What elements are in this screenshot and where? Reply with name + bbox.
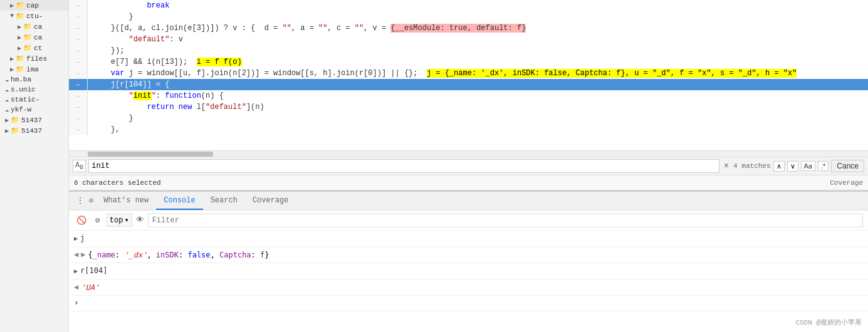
console-entry-content-ua: 'UA'	[81, 282, 863, 293]
console-entry-j: ▶ j	[69, 231, 868, 247]
ua-value: 'UA'	[81, 283, 99, 292]
horizontal-scrollbar[interactable]	[69, 150, 868, 157]
folder-icon: 📁	[11, 127, 19, 135]
console-toolbar: 🚫 ⊘ top ▾ 👁	[69, 210, 868, 231]
sidebar-item-label: s.unic	[11, 86, 36, 93]
folder-icon: 📁	[16, 12, 24, 20]
devtools-menu-icon[interactable]: ⋮	[74, 194, 86, 208]
key-inSDK: inSDK	[156, 251, 179, 259]
sidebar-item-ima[interactable]: ▶ 📁 ima	[0, 64, 68, 75]
chevron-right-icon: ▶	[18, 23, 21, 31]
tab-console[interactable]: Console	[156, 192, 202, 210]
code-line-7: – var j = window[[u, f].join(n[2])] = wi…	[69, 68, 868, 79]
devtools-tabs: ⋮ ⊘ What's new Console Search Coverage	[69, 192, 868, 210]
eye-icon[interactable]: 👁	[136, 215, 144, 225]
sidebar-item-label: ima	[26, 66, 39, 73]
devtools-prohibit-icon[interactable]: ⊘	[86, 194, 96, 208]
val-f: f	[260, 251, 264, 259]
scrollbar-thumb[interactable]	[88, 152, 213, 157]
sidebar-item-files[interactable]: ▶ 📁 files	[0, 53, 68, 64]
line-content-6: e[7] && i(n[13]); i = f f(o)	[88, 56, 868, 68]
console-area: ▶ j ◀ ▶ {_name: '_dx', inSDK: false, Cap…	[69, 231, 868, 316]
line-gutter-8: –	[69, 79, 88, 90]
sidebar-item-label: hm.ba	[11, 76, 31, 83]
expand-icon-obj[interactable]: ▶	[81, 249, 85, 261]
match-case-button[interactable]: Aa	[801, 161, 815, 171]
line-gutter-3: –	[69, 23, 88, 34]
sidebar-item-sunic[interactable]: ☁ s.unic	[0, 85, 68, 95]
regex-button[interactable]: .*	[818, 161, 829, 171]
chevron-right-icon: ▶	[10, 2, 14, 9]
line-content-2: }	[88, 11, 868, 23]
console-filter-input[interactable]	[148, 214, 863, 227]
chevron-right-icon: ▶	[10, 55, 14, 63]
chevron-right-icon: ▶	[10, 66, 14, 73]
code-view[interactable]: – break – } – }([d, a, cl.join(e[3])]) ?…	[69, 0, 868, 150]
sidebar-item-static[interactable]: ☁ static-	[0, 95, 68, 105]
cloud-icon: ☁	[5, 96, 9, 103]
search-input[interactable]	[88, 159, 719, 173]
chevron-right-icon: ▶	[5, 127, 9, 135]
bool-val-false: false	[187, 251, 210, 259]
sidebar-item-label: static-	[11, 96, 39, 103]
key-name: _name	[93, 251, 115, 259]
expand-icon-r104[interactable]: ▶	[74, 265, 78, 278]
sidebar-item-51437b[interactable]: ▶ 📁 51437	[0, 125, 68, 136]
match-case-icon[interactable]: AB	[73, 160, 86, 172]
sidebar-item-cap[interactable]: ▶ 📁 cap	[0, 0, 68, 11]
folder-icon: 📁	[23, 23, 32, 31]
sidebar-item-label: files	[26, 55, 47, 63]
line-gutter-4: –	[69, 34, 88, 45]
sidebar-item-ct[interactable]: ▶ 📁 ct	[0, 43, 68, 53]
line-content-5: });	[88, 45, 868, 56]
code-line-5: – });	[69, 45, 868, 56]
line-gutter-7: –	[69, 68, 88, 79]
coverage-label[interactable]: Coverage	[830, 179, 863, 187]
console-entry-content-r104: r[104]	[80, 265, 863, 276]
line-gutter-10: –	[69, 101, 88, 113]
code-line-9: – "init": function(n) {	[69, 90, 868, 101]
clear-search-button[interactable]: ×	[722, 161, 731, 171]
folder-icon: 📁	[23, 33, 32, 41]
cloud-icon: ☁	[5, 86, 9, 93]
sidebar-item-ca1[interactable]: ▶ 📁 ca	[0, 21, 68, 32]
folder-icon: 📁	[16, 54, 24, 63]
prompt-icon: ›	[74, 298, 78, 309]
code-line-2: – }	[69, 11, 868, 23]
left-arrow-icon: ◀	[74, 249, 78, 261]
sidebar-item-ca2[interactable]: ▶ 📁 ca	[0, 32, 68, 43]
sidebar-item-label: 51437	[21, 127, 42, 135]
sidebar-item-ctu[interactable]: ▼ 📁 ctu-	[0, 11, 68, 21]
sidebar-item-label: 51437	[21, 117, 42, 124]
sidebar-item-ykfw[interactable]: ☁ ykf-w	[0, 105, 68, 115]
sidebar-item-label: ca	[34, 34, 42, 41]
sidebar-item-51437a[interactable]: ▶ 📁 51437	[0, 115, 68, 125]
tab-whats-new[interactable]: What's new	[96, 192, 156, 210]
prev-match-button[interactable]: ∧	[773, 161, 785, 172]
dropdown-arrow-icon: ▾	[124, 215, 128, 225]
clear-console-icon[interactable]: 🚫	[74, 214, 89, 227]
code-lines: – break – } – }([d, a, cl.join(e[3])]) ?…	[69, 0, 868, 135]
tab-search[interactable]: Search	[203, 192, 245, 210]
expand-icon-j[interactable]: ▶	[74, 232, 78, 245]
line-gutter-2: –	[69, 11, 88, 23]
console-value-r104: r[104]	[80, 266, 107, 275]
line-content-12: },	[88, 124, 868, 135]
str-val: '_dx'	[124, 251, 147, 259]
sidebar-item-hmba[interactable]: ☁ hm.ba	[0, 75, 68, 85]
line-gutter-12: –	[69, 124, 88, 135]
code-line-8-active: – j[r[104]] = {	[69, 79, 868, 90]
prohibit-icon[interactable]: ⊘	[93, 214, 103, 227]
line-gutter-6: –	[69, 56, 88, 68]
main-container: ▶ 📁 cap ▼ 📁 ctu- ▶ 📁 ca ▶ 📁 ca ▶ 📁 ct ▶ …	[0, 0, 868, 332]
sidebar: ▶ 📁 cap ▼ 📁 ctu- ▶ 📁 ca ▶ 📁 ca ▶ 📁 ct ▶ …	[0, 0, 69, 332]
cancel-search-button[interactable]: Cance	[831, 160, 864, 172]
console-prompt-line[interactable]: ›	[69, 296, 868, 311]
console-entry-ua: ◀ 'UA'	[69, 280, 868, 296]
tab-coverage[interactable]: Coverage	[245, 192, 296, 210]
line-gutter-9: –	[69, 90, 88, 101]
next-match-button[interactable]: ∨	[787, 161, 798, 172]
console-entry-obj: ◀ ▶ {_name: '_dx', inSDK: false, Captcha…	[69, 247, 868, 263]
context-dropdown[interactable]: top ▾	[107, 214, 132, 227]
chevron-right-icon: ▶	[5, 117, 9, 124]
